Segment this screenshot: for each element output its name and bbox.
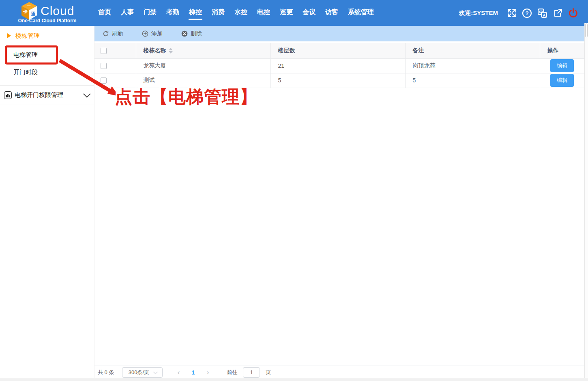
column-header-floors: 楼层数: [270, 43, 405, 58]
column-header-action: 操作: [540, 43, 584, 58]
toolbar: 刷新 添加 删除: [94, 26, 584, 41]
nav-item-consumption[interactable]: 消费: [211, 6, 225, 21]
edit-button[interactable]: 编辑: [550, 59, 574, 72]
select-chevron-icon: [153, 369, 158, 374]
cube-char-top: 一: [27, 4, 31, 8]
row-checkbox[interactable]: [101, 77, 107, 84]
cell-floors: 5: [270, 73, 405, 88]
delete-button[interactable]: 删除: [179, 28, 204, 39]
sidebar-item-label: 开门时段: [13, 69, 38, 76]
nav-item-system-mgmt[interactable]: 系统管理: [348, 6, 374, 21]
total-count-label: 共 0 条: [98, 369, 114, 376]
nav-item-attendance[interactable]: 考勤: [166, 6, 180, 21]
main-nav: 首页 人事 门禁 考勤 梯控 消费 水控 电控 巡更 会议 访客 系统管理: [98, 6, 374, 21]
prev-page-button[interactable]: ‹: [172, 368, 185, 377]
svg-text:A: A: [543, 13, 545, 17]
header-right-tools: 欢迎:SYSTEM ? 中: [459, 8, 588, 18]
external-link-icon[interactable]: [553, 8, 563, 18]
delete-label: 删除: [191, 30, 202, 37]
fullscreen-icon[interactable]: [506, 8, 517, 18]
goto-page-input[interactable]: [243, 367, 260, 378]
nav-item-electric-control[interactable]: 电控: [257, 6, 270, 21]
table-row: 测试 5 5 编辑: [94, 73, 584, 88]
sidebar-group-elevator-permission-mgmt[interactable]: 电梯开门权限管理: [0, 85, 94, 105]
cell-remark: 岗顶龙苑: [405, 58, 540, 73]
buildings-table: 楼栋名称 楼层数 备注 操作 龙苑大厦 21 岗顶龙苑 编辑: [94, 43, 584, 88]
sidebar: 楼栋管理 电梯管理 开门时段 电梯开门权限管理: [0, 26, 94, 381]
welcome-user-label: 欢迎:SYSTEM: [459, 9, 498, 17]
chevron-down-icon: [83, 90, 90, 97]
power-icon[interactable]: [568, 8, 578, 18]
current-page-number[interactable]: 1: [187, 369, 199, 376]
cell-floors: 21: [270, 58, 405, 73]
nav-item-home[interactable]: 首页: [98, 6, 112, 21]
table-row: 龙苑大厦 21 岗顶龙苑 编辑: [94, 58, 584, 73]
select-all-checkbox[interactable]: [101, 48, 107, 54]
vertical-scrollbar[interactable]: [584, 23, 588, 378]
cube-char-left: 卡: [23, 9, 28, 14]
cell-remark: 5: [405, 73, 540, 88]
nav-item-elevator-control[interactable]: 梯控: [189, 6, 202, 21]
triangle-right-icon: [7, 33, 11, 38]
cell-building-name: 测试: [136, 73, 270, 88]
page-unit-label: 页: [266, 369, 271, 376]
delete-icon: [181, 30, 188, 37]
column-header-remark: 备注: [405, 43, 540, 58]
horizontal-scrollbar[interactable]: [0, 378, 588, 381]
scrollbar-thumb[interactable]: [585, 24, 588, 37]
logo-block: 一 卡 通 Cloud One-Card Cloud Platform: [0, 0, 94, 26]
nav-item-visitor[interactable]: 访客: [325, 6, 339, 21]
goto-page-label: 前往: [227, 369, 237, 376]
sidebar-group-label: 电梯开门权限管理: [15, 91, 63, 99]
cube-char-right: 通: [30, 11, 36, 16]
add-icon: [142, 30, 148, 37]
nav-item-patrol[interactable]: 巡更: [279, 6, 293, 21]
sidebar-group-title-label: 楼栋管理: [15, 32, 40, 40]
sidebar-item-door-open-period[interactable]: 开门时段: [0, 64, 94, 80]
page-size-select[interactable]: 300条/页: [122, 367, 163, 378]
add-label: 添加: [151, 30, 163, 37]
sidebar-item-elevator-mgmt[interactable]: 电梯管理: [0, 45, 94, 64]
top-header-bar: 一 卡 通 Cloud One-Card Cloud Platform 首页 人…: [0, 0, 588, 26]
row-checkbox[interactable]: [101, 63, 107, 69]
nav-item-personnel[interactable]: 人事: [120, 6, 134, 21]
sort-icon[interactable]: [169, 48, 173, 54]
page-size-value: 300条/页: [129, 369, 149, 376]
svg-text:?: ?: [526, 10, 529, 16]
add-button[interactable]: 添加: [139, 28, 165, 39]
refresh-icon: [103, 30, 109, 37]
table-header-row: 楼栋名称 楼层数 备注 操作: [94, 43, 584, 58]
next-page-button[interactable]: ›: [202, 368, 214, 377]
sidebar-item-label: 电梯管理: [13, 51, 38, 59]
sidebar-group-building-mgmt[interactable]: 楼栋管理: [0, 26, 94, 45]
refresh-label: 刷新: [112, 30, 123, 37]
nav-item-meeting[interactable]: 会议: [302, 6, 316, 21]
edit-button[interactable]: 编辑: [550, 74, 574, 87]
refresh-button[interactable]: 刷新: [100, 28, 126, 39]
main-content: 刷新 添加 删除: [94, 26, 584, 381]
column-header-building-name[interactable]: 楼栋名称: [136, 43, 270, 58]
brand-subtitle: One-Card Cloud Platform: [0, 18, 94, 24]
translate-icon[interactable]: 中 A: [537, 8, 547, 18]
pagination-bar: 共 0 条 300条/页 ‹ 1 › 前往 页: [94, 366, 584, 379]
cell-building-name: 龙苑大厦: [136, 58, 270, 73]
nav-item-access[interactable]: 门禁: [143, 6, 157, 21]
brand-name: Cloud: [41, 4, 74, 18]
nav-item-water-control[interactable]: 水控: [234, 6, 248, 21]
help-icon[interactable]: ?: [522, 8, 532, 18]
one-card-cloud-platform: 一 卡 通 Cloud One-Card Cloud Platform 首页 人…: [0, 0, 588, 381]
permission-module-icon: [4, 91, 12, 99]
